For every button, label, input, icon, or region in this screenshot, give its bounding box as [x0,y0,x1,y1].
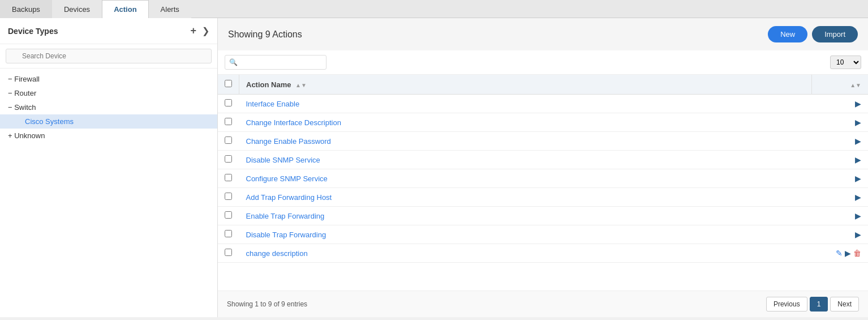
table-row: Change Enable Password▶ [218,132,868,151]
row-checkbox-8[interactable] [225,249,232,256]
table-row: Enable Trap Forwarding▶ [218,207,868,225]
header-action-name[interactable]: Action Name ▲▼ [239,75,812,95]
action-name-cell-1[interactable]: Change Interface Description [239,113,812,132]
action-name-cell-5[interactable]: Add Trap Forwarding Host [239,188,812,207]
select-all-checkbox[interactable] [225,80,232,87]
play-icon-1[interactable]: ▶ [855,118,861,127]
play-icon-6[interactable]: ▶ [855,211,861,220]
row-actions-cell-2: ▶ [811,132,868,151]
table-header-row: Action Name ▲▼ ▲▼ [218,75,868,95]
table-row: Change Interface Description▶ [218,113,868,132]
row-actions-cell-4: ▶ [811,169,868,188]
device-tree: − Firewall − Router − Switch Cisco Syste… [0,69,217,317]
play-icon-4[interactable]: ▶ [855,174,861,183]
edit-icon-8[interactable]: ✎ [836,249,843,258]
table-search-icon: 🔍 [229,58,238,66]
unknown-label: + Unknown [8,131,45,140]
router-label: − Router [8,89,36,97]
header-actions-col: ▲▼ [811,75,868,95]
play-icon-0[interactable]: ▶ [855,99,861,108]
action-name-label: Action Name [246,80,291,89]
row-actions-cell-5: ▶ [811,188,868,207]
table-wrapper: 🔍 10 25 50 100 [218,50,868,317]
tree-item-router[interactable]: − Router [0,86,217,100]
tree-item-unknown[interactable]: + Unknown [0,129,217,143]
action-name-cell-8[interactable]: change description [239,244,812,263]
row-actions-cell-0: ▶ [811,95,868,113]
action-name-cell-2[interactable]: Change Enable Password [239,132,812,151]
next-button[interactable]: Next [830,297,859,312]
tree-item-cisco-systems[interactable]: Cisco Systems [0,114,217,129]
table-row: Interface Enable▶ [218,95,868,113]
action-name-cell-3[interactable]: Disable SNMP Service [239,151,812,169]
table-footer: Showing 1 to 9 of 9 entries Previous 1 N… [218,291,868,317]
import-button[interactable]: Import [812,26,858,42]
sort-icon: ▲▼ [295,82,307,88]
action-name-cell-4[interactable]: Configure SNMP Service [239,169,812,188]
tab-bar: Backups Devices Action Alerts [0,0,868,18]
tab-devices[interactable]: Devices [52,0,102,18]
pagination: Previous 1 Next [766,297,859,312]
actions-tbody: Interface Enable▶Change Interface Descri… [218,95,868,263]
row-checkbox-3[interactable] [225,155,232,163]
table-row: Configure SNMP Service▶ [218,169,868,188]
content-area: Showing 9 Actions New Import 🔍 10 25 50 … [218,18,868,317]
table-row: Disable Trap Forwarding▶ [218,225,868,244]
page-1-button[interactable]: 1 [810,297,828,312]
add-device-type-icon[interactable]: + [190,25,196,37]
tree-item-switch[interactable]: − Switch [0,100,217,114]
main-layout: Device Types + ❯ 🔍 − Firewall − Router −… [0,18,868,317]
per-page-dropdown[interactable]: 10 25 50 100 [830,56,861,69]
row-checkbox-4[interactable] [225,174,232,181]
table-scroll: Action Name ▲▼ ▲▼ Interface Enable▶Chang… [218,75,868,291]
previous-button[interactable]: Previous [766,297,807,312]
play-icon-2[interactable]: ▶ [855,136,861,146]
play-icon-3[interactable]: ▶ [855,155,861,164]
content-actions: New Import [768,26,858,42]
row-checkbox-6[interactable] [225,211,232,219]
row-actions-cell-1: ▶ [811,113,868,132]
tab-backups[interactable]: Backups [0,0,52,18]
table-search-row: 🔍 10 25 50 100 [218,50,868,75]
tab-alerts[interactable]: Alerts [149,0,191,18]
tree-item-firewall[interactable]: − Firewall [0,72,217,86]
collapse-sidebar-icon[interactable]: ❯ [202,25,209,36]
play-icon-8[interactable]: ▶ [845,249,851,258]
row-checkbox-2[interactable] [225,136,232,144]
switch-label: − Switch [8,103,36,112]
actions-table: Action Name ▲▼ ▲▼ Interface Enable▶Chang… [218,75,868,263]
header-checkbox-col [218,75,239,95]
table-search-wrapper: 🔍 [225,55,326,70]
search-wrapper: 🔍 [6,49,212,63]
play-icon-7[interactable]: ▶ [855,230,861,239]
action-name-cell-6[interactable]: Enable Trap Forwarding [239,207,812,225]
per-page-select: 10 25 50 100 [830,56,861,69]
header-sort-icon-2: ▲▼ [850,82,861,88]
table-row: Disable SNMP Service▶ [218,151,868,169]
action-name-cell-0[interactable]: Interface Enable [239,95,812,113]
row-actions-cell-6: ▶ [811,207,868,225]
sidebar: Device Types + ❯ 🔍 − Firewall − Router −… [0,18,218,317]
play-icon-5[interactable]: ▶ [855,193,861,202]
delete-icon-8[interactable]: 🗑 [851,249,861,258]
new-button[interactable]: New [768,26,807,42]
sidebar-title: Device Types [8,27,58,36]
table-search-input[interactable] [225,55,326,70]
row-checkbox-1[interactable] [225,118,232,125]
row-checkbox-0[interactable] [225,99,232,106]
tab-action[interactable]: Action [102,0,148,18]
firewall-label: − Firewall [8,75,40,83]
table-row: change description✎▶ 🗑 [218,244,868,263]
showing-entries-text: Showing 1 to 9 of 9 entries [227,300,307,308]
search-container: 🔍 [0,44,217,69]
search-input[interactable] [6,49,212,63]
row-checkbox-7[interactable] [225,230,232,237]
row-checkbox-5[interactable] [225,193,232,200]
sidebar-header: Device Types + ❯ [0,18,217,44]
cisco-systems-label: Cisco Systems [25,117,74,126]
row-actions-cell-8: ✎▶ 🗑 [811,244,868,263]
row-actions-cell-7: ▶ [811,225,868,244]
row-actions-cell-3: ▶ [811,151,868,169]
action-name-cell-7[interactable]: Disable Trap Forwarding [239,225,812,244]
sidebar-header-icons: + ❯ [190,25,209,37]
